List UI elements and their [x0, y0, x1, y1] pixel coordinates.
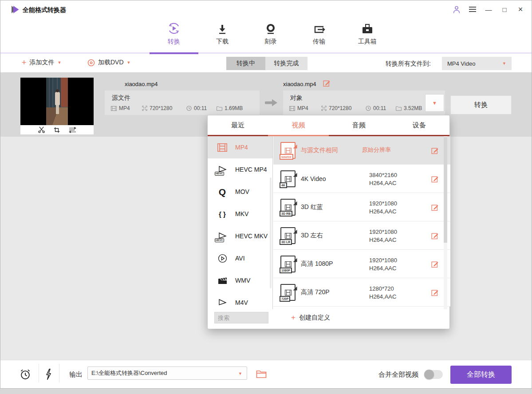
titlebar: 全能格式转换器 — □ × — [0, 0, 532, 18]
output-label: 输出 — [69, 370, 83, 379]
preset-codec: H264,AAC — [369, 236, 397, 243]
convert-button[interactable]: 转换 — [450, 95, 512, 114]
popup-tab-recent[interactable]: 最近 — [208, 115, 268, 135]
target-duration-chip: 00:11 — [366, 105, 386, 111]
tab-transfer[interactable]: 传输 — [303, 21, 335, 46]
format-label: WMV — [235, 277, 250, 284]
search-input[interactable] — [214, 312, 268, 323]
maximize-button[interactable]: □ — [500, 4, 509, 14]
preset-row-3d-rb[interactable]: 3D RB 3D 红蓝 1920*1080 H264,AAC — [273, 193, 450, 221]
preset-resolution: 1920*1080 — [369, 200, 397, 207]
format-item-avi[interactable]: AVI — [208, 247, 272, 269]
edit-preset-icon[interactable] — [431, 289, 439, 296]
format-item-hevc-mp4[interactable]: HEVC HEVC MP4 — [208, 158, 272, 181]
arrow-right-icon — [265, 99, 278, 108]
tab-download[interactable]: 下载 — [207, 21, 238, 46]
edit-preset-icon[interactable] — [431, 232, 439, 240]
popup-tab-video[interactable]: 视频 — [268, 115, 328, 135]
format-label: HEVC MKV — [235, 232, 268, 240]
3d-rb-preset-icon: 3D RB — [280, 199, 296, 216]
720p-preset-icon: 720P — [280, 284, 296, 301]
format-item-wmv[interactable]: WMV — [208, 269, 272, 292]
source-preset-icon: source — [280, 142, 296, 159]
create-custom-button[interactable]: + 创建自定义 — [291, 312, 330, 323]
rename-icon[interactable] — [323, 79, 331, 89]
preset-list: source 与源文件相同 原始分辨率 4K 4K Video — [273, 136, 450, 309]
global-format-select[interactable]: MP4 Video ▼ — [442, 57, 512, 70]
convert-icon — [167, 21, 181, 35]
edit-preset-icon[interactable] — [431, 175, 439, 183]
minimize-button[interactable]: — — [484, 4, 493, 14]
schedule-icon[interactable] — [19, 368, 32, 381]
close-button[interactable]: × — [516, 4, 525, 14]
effects-icon[interactable] — [69, 127, 76, 133]
format-label: MP4 — [235, 144, 248, 151]
thumbnail-image — [20, 78, 94, 125]
edit-preset-icon[interactable] — [431, 260, 439, 268]
format-item-mkv[interactable]: { } MKV — [208, 203, 272, 225]
popup-tab-audio[interactable]: 音频 — [329, 115, 389, 135]
tab-finished[interactable]: 转换完成 — [265, 57, 307, 70]
add-files-button[interactable]: + 添加文件 ▼ — [22, 59, 61, 67]
clapperboard-icon — [216, 274, 229, 287]
merge-videos-toggle[interactable] — [424, 370, 443, 379]
preset-resolution: 1920*1080 — [369, 257, 397, 264]
menu-icon[interactable] — [468, 4, 477, 14]
video-thumbnail[interactable] — [20, 78, 94, 134]
preset-row-720p[interactable]: 720P 高清 720P 1280*720 H264,AAC — [273, 278, 450, 307]
preset-codec: H264,AAC — [369, 265, 397, 272]
matroska-icon: { } — [216, 207, 229, 221]
format-list-scrollbar[interactable] — [270, 177, 272, 288]
preset-name: 高清 720P — [301, 278, 330, 307]
format-item-m4v[interactable]: M4V — [208, 292, 272, 309]
convert-all-button[interactable]: 全部转换 — [450, 366, 512, 384]
open-folder-icon[interactable] — [256, 370, 267, 378]
trim-icon[interactable] — [38, 126, 45, 133]
preset-row-1080p[interactable]: 1080P 高清 1080P 1920*1080 H264,AAC — [273, 250, 450, 278]
toolbox-icon — [361, 21, 374, 35]
burn-disc-icon — [265, 21, 276, 35]
preset-name: 3D 红蓝 — [301, 193, 323, 221]
high-speed-icon[interactable] — [44, 368, 53, 380]
preset-scrollbar-thumb[interactable] — [444, 137, 447, 243]
hevc-play-icon: HEVC — [216, 229, 229, 243]
output-path-select[interactable]: ▼ — [87, 366, 247, 380]
preset-row-4k[interactable]: 4K 4K Video 3840*2160 H264,AAC — [273, 165, 450, 193]
target-format-dropdown-button[interactable]: ▼ — [425, 94, 444, 112]
output-path-input[interactable] — [88, 367, 247, 379]
plus-icon: + — [22, 59, 27, 66]
tab-converting[interactable]: 转换中 — [226, 57, 265, 70]
transfer-icon — [313, 21, 325, 35]
account-icon[interactable] — [452, 4, 461, 14]
convert-all-to-label: 转换所有文件到: — [386, 60, 431, 68]
edit-preset-icon[interactable] — [431, 204, 439, 211]
popup-tab-device[interactable]: 设备 — [389, 115, 449, 135]
edit-preset-icon[interactable] — [431, 147, 439, 154]
format-item-hevc-mkv[interactable]: HEVC HEVC MKV — [208, 225, 272, 247]
crop-icon[interactable] — [54, 127, 60, 133]
preset-codec: H264,AAC — [369, 180, 397, 186]
bottom-bar: 输出 ▼ 合并全部视频 全部转换 — [0, 360, 532, 389]
1080p-preset-icon: 1080P — [280, 256, 296, 272]
divider — [39, 364, 39, 382]
plus-icon: + — [291, 313, 296, 322]
format-item-mov[interactable]: Q MOV — [208, 181, 272, 203]
toggle-knob — [424, 370, 434, 379]
preset-resolution: 1280*720 — [369, 285, 396, 292]
tab-burn[interactable]: 刻录 — [255, 21, 286, 46]
source-info-box: 源文件 MP4 720*1280 00:11 1.69MB — [105, 91, 260, 115]
load-dvd-button[interactable]: 加载DVD ▼ — [87, 59, 130, 67]
format-item-mp4[interactable]: MP4 — [208, 136, 272, 158]
quicktime-icon: Q — [216, 185, 229, 198]
chevron-down-icon: ▼ — [238, 371, 242, 376]
format-picker-popup: 最近 视频 音频 设备 MP4 HEVC HEVC MP4 — [207, 115, 450, 329]
target-format: MP4 — [297, 105, 308, 111]
tab-toolbox[interactable]: 工具箱 — [352, 21, 383, 46]
preset-row-3d-lr[interactable]: 3D LR 3D 左右 1920*1080 H264,AAC — [273, 221, 450, 250]
source-resolution: 720*1280 — [150, 105, 172, 111]
preset-row-source[interactable]: source 与源文件相同 原始分辨率 — [273, 136, 450, 165]
tab-convert[interactable]: 转换 — [158, 21, 189, 46]
target-size-chip: 3.52MB — [396, 105, 422, 111]
3d-lr-preset-icon: 3D LR — [280, 227, 296, 244]
preset-resolution: 1920*1080 — [369, 229, 397, 235]
